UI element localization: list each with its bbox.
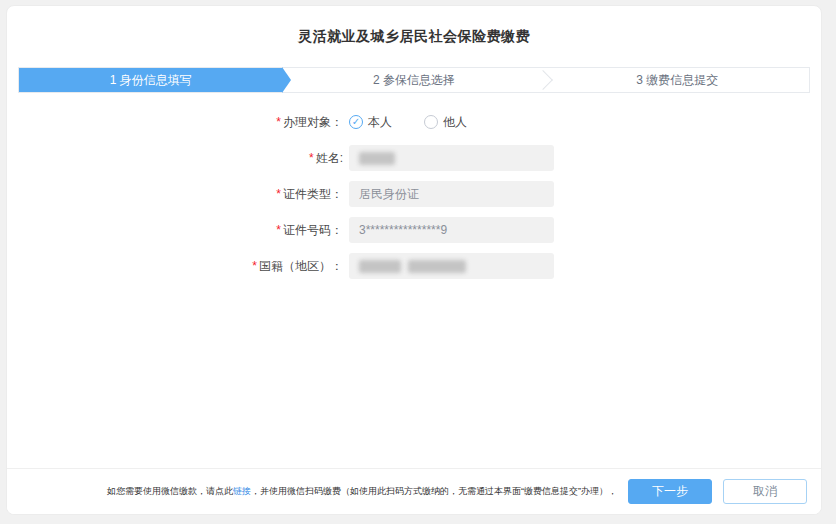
next-step-button[interactable]: 下一步 [628,479,712,504]
wechat-link[interactable]: 链接 [233,486,251,496]
step-payment-submit: 3 缴费信息提交 [546,68,809,92]
cancel-button[interactable]: 取消 [723,479,807,504]
cert-type-value: 居民身份证 [359,186,419,203]
footer-bar: 如您需要使用微信缴款，请点此链接，并使用微信扫码缴费（如使用此扫码方式缴纳的，无… [7,468,821,514]
step-payment-submit-label: 3 缴费信息提交 [636,72,718,89]
nationality-label: 国籍（地区）： [259,259,343,273]
radio-other-label[interactable]: 他人 [443,114,467,131]
name-field[interactable] [349,145,554,171]
step-insurance-select-label: 2 参保信息选择 [373,72,455,89]
form-row-cert-type: *证件类型： 居民身份证 [7,181,821,207]
form-row-nationality: *国籍（地区）： [7,253,821,279]
form-row-name: *姓名: [7,145,821,171]
nationality-field[interactable] [349,253,554,279]
step-identity-info: 1 身份信息填写 [19,68,282,92]
main-card: 灵活就业及城乡居民社会保险费缴费 1 身份信息填写 2 参保信息选择 3 缴费信… [6,5,822,515]
radio-self-label[interactable]: 本人 [368,114,392,131]
cert-number-field[interactable]: 3****************9 [349,217,554,243]
radio-other[interactable]: 他人 [424,114,467,131]
wechat-payment-note: 如您需要使用微信缴款，请点此链接，并使用微信扫码缴费（如使用此扫码方式缴纳的，无… [107,485,617,498]
step-insurance-select: 2 参保信息选择 [282,68,545,92]
cert-number-value: 3****************9 [359,223,447,237]
step-bar: 1 身份信息填写 2 参保信息选择 3 缴费信息提交 [18,67,810,93]
required-marker: * [276,187,281,201]
identity-form: *办理对象： 本人 他人 *姓名: [7,109,821,279]
radio-self[interactable]: 本人 [349,114,392,131]
form-row-cert-number: *证件号码： 3****************9 [7,217,821,243]
form-row-target: *办理对象： 本人 他人 [7,109,821,135]
cert-number-label: 证件号码： [283,223,343,237]
redacted-nationality-value [359,260,401,273]
note-text-after: ，并使用微信扫码缴费（如使用此扫码方式缴纳的，无需通过本界面“缴费信息提交”办理… [251,486,617,496]
required-marker: * [276,223,281,237]
cert-type-field[interactable]: 居民身份证 [349,181,554,207]
note-text-before: 如您需要使用微信缴款，请点此 [107,486,233,496]
redacted-name-value [359,152,395,165]
step-identity-info-label: 1 身份信息填写 [110,72,192,89]
name-label: 姓名: [316,151,343,165]
required-marker: * [252,259,257,273]
target-radio-group: 本人 他人 [349,114,467,131]
redacted-nationality-value [408,260,466,273]
target-label: 办理对象： [283,115,343,129]
radio-unchecked-icon[interactable] [424,115,438,129]
page-title: 灵活就业及城乡居民社会保险费缴费 [7,6,821,46]
radio-checked-icon[interactable] [349,115,363,129]
required-marker: * [309,151,314,165]
required-marker: * [276,115,281,129]
cert-type-label: 证件类型： [283,187,343,201]
